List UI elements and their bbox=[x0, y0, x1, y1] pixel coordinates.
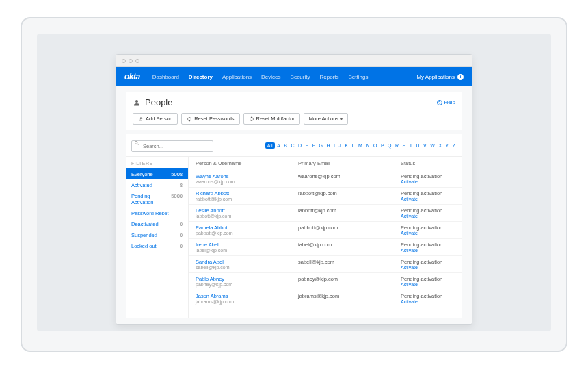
filter-deactivated[interactable]: Deactivated0 bbox=[126, 218, 188, 229]
more-actions-label: More Actions bbox=[309, 116, 338, 122]
alpha-letter-P[interactable]: P bbox=[379, 142, 386, 149]
alpha-letter-E[interactable]: E bbox=[304, 142, 310, 149]
filter-locked-out[interactable]: Locked out0 bbox=[126, 240, 188, 251]
alpha-letter-Z[interactable]: Z bbox=[451, 142, 457, 149]
alpha-letter-M[interactable]: M bbox=[357, 142, 364, 149]
nav-item-dashboard[interactable]: Dashboard bbox=[152, 74, 179, 80]
alpha-letter-Y[interactable]: Y bbox=[444, 142, 451, 149]
plus-icon: + bbox=[457, 74, 464, 80]
person-name-link[interactable]: Irene Abel bbox=[196, 242, 298, 248]
window-close-dot[interactable] bbox=[122, 59, 126, 63]
search-box bbox=[131, 138, 213, 152]
alpha-letter-H[interactable]: H bbox=[325, 142, 331, 149]
person-status: Pending activation bbox=[401, 190, 455, 196]
col-header-person[interactable]: Person & Username bbox=[196, 160, 298, 166]
alpha-letter-L[interactable]: L bbox=[351, 142, 356, 149]
person-name-link[interactable]: Richard Abbott bbox=[196, 190, 298, 196]
filter-label: Deactivated bbox=[131, 221, 159, 227]
alpha-letter-C[interactable]: C bbox=[289, 142, 295, 149]
alpha-letter-X[interactable]: X bbox=[437, 142, 443, 149]
filter-label: Password Reset bbox=[131, 210, 169, 216]
main-content-row: FILTERS Everyone5008Activated8Pending Ac… bbox=[126, 157, 462, 318]
search-input[interactable] bbox=[131, 140, 213, 152]
activate-link[interactable]: Activate bbox=[401, 231, 455, 236]
filter-label: Pending Activation bbox=[131, 193, 171, 205]
alpha-letter-A[interactable]: A bbox=[276, 142, 282, 149]
window-min-dot[interactable] bbox=[129, 59, 133, 63]
alpha-all[interactable]: All bbox=[265, 142, 275, 149]
reset-passwords-button[interactable]: Reset Passwords bbox=[181, 113, 239, 125]
alpha-letter-U[interactable]: U bbox=[415, 142, 421, 149]
person-name-link[interactable]: Wayne Aarons bbox=[196, 173, 298, 179]
filter-count: 0 bbox=[180, 221, 183, 227]
alpha-letter-I[interactable]: I bbox=[332, 142, 336, 149]
person-email: sabell@kjp.com bbox=[298, 259, 401, 265]
alpha-letter-J[interactable]: J bbox=[337, 142, 343, 149]
add-person-button[interactable]: Add Person bbox=[133, 113, 178, 125]
filter-count: 8 bbox=[180, 182, 183, 188]
activate-link[interactable]: Activate bbox=[401, 265, 455, 270]
nav-item-directory[interactable]: Directory bbox=[189, 74, 213, 80]
person-username: iabel@kjp.com bbox=[196, 248, 298, 253]
filter-suspended[interactable]: Suspended0 bbox=[126, 229, 188, 240]
person-name-link[interactable]: Sandra Abell bbox=[196, 259, 298, 265]
table-row: Sandra Abellsabell@kjp.comsabell@kjp.com… bbox=[189, 256, 462, 273]
alpha-letter-D[interactable]: D bbox=[297, 142, 303, 149]
help-link[interactable]: ? Help bbox=[437, 99, 455, 105]
alpha-letter-G[interactable]: G bbox=[317, 142, 323, 149]
person-status: Pending activation bbox=[401, 207, 455, 214]
person-name-link[interactable]: Pablo Abney bbox=[196, 276, 298, 282]
alpha-letter-O[interactable]: O bbox=[372, 142, 378, 149]
table-row: Jason Abramsjabrams@kjp.comjabrams@kjp.c… bbox=[189, 290, 462, 307]
person-status: Pending activation bbox=[401, 173, 455, 179]
nav-item-devices[interactable]: Devices bbox=[261, 74, 280, 80]
activate-link[interactable]: Activate bbox=[401, 299, 455, 304]
activate-link[interactable]: Activate bbox=[401, 282, 455, 287]
person-username: jabrams@kjp.com bbox=[196, 299, 298, 304]
alpha-letter-Q[interactable]: Q bbox=[386, 142, 392, 149]
nav-item-security[interactable]: Security bbox=[291, 74, 310, 80]
refresh-icon bbox=[249, 116, 254, 122]
person-status: Pending activation bbox=[401, 225, 455, 231]
alpha-letter-N[interactable]: N bbox=[364, 142, 371, 149]
activate-link[interactable]: Activate bbox=[401, 214, 455, 218]
nav-item-settings[interactable]: Settings bbox=[348, 74, 368, 80]
nav-item-reports[interactable]: Reports bbox=[319, 74, 338, 80]
activate-link[interactable]: Activate bbox=[401, 196, 455, 201]
activate-link[interactable]: Activate bbox=[401, 179, 455, 184]
more-actions-button[interactable]: More Actions ▾ bbox=[304, 113, 348, 125]
alpha-letter-F[interactable]: F bbox=[311, 142, 317, 149]
alpha-letter-T[interactable]: T bbox=[408, 142, 414, 149]
person-name-link[interactable]: Pamela Abbott bbox=[196, 225, 298, 231]
person-name-link[interactable]: Jason Abrams bbox=[196, 293, 298, 299]
col-header-status[interactable]: Status bbox=[401, 160, 455, 166]
window-max-dot[interactable] bbox=[135, 59, 139, 63]
browser-titlebar bbox=[116, 55, 472, 67]
alpha-letter-W[interactable]: W bbox=[429, 142, 436, 149]
person-username: pabbott@kjp.com bbox=[196, 231, 298, 236]
top-nav: okta DashboardDirectoryApplicationsDevic… bbox=[116, 67, 472, 86]
person-username: rabbott@kjp.com bbox=[196, 196, 298, 201]
filter-label: Suspended bbox=[131, 232, 157, 238]
alpha-letter-S[interactable]: S bbox=[401, 142, 407, 149]
filter-password-reset[interactable]: Password Reset– bbox=[126, 207, 188, 218]
filter-count: – bbox=[180, 210, 183, 216]
col-header-email[interactable]: Primary Email bbox=[298, 160, 401, 166]
filter-count: 0 bbox=[180, 232, 183, 238]
filter-activated[interactable]: Activated8 bbox=[126, 179, 188, 190]
help-icon: ? bbox=[437, 100, 442, 105]
alpha-letter-B[interactable]: B bbox=[282, 142, 289, 149]
reset-multifactor-button[interactable]: Reset Multifactor bbox=[243, 113, 300, 125]
filter-pending-activation[interactable]: Pending Activation5000 bbox=[126, 190, 188, 207]
person-icon bbox=[133, 99, 141, 107]
person-name-link[interactable]: Leslie Abbott bbox=[196, 207, 298, 214]
alpha-letter-V[interactable]: V bbox=[422, 142, 428, 149]
my-applications-link[interactable]: My Applications + bbox=[416, 74, 464, 80]
nav-item-applications[interactable]: Applications bbox=[222, 74, 252, 80]
activate-link[interactable]: Activate bbox=[401, 248, 455, 253]
people-table: Person & Username Primary Email Status W… bbox=[189, 157, 462, 318]
alpha-letter-R[interactable]: R bbox=[394, 142, 400, 149]
filter-label: Locked out bbox=[131, 243, 157, 249]
filter-everyone[interactable]: Everyone5008 bbox=[126, 168, 188, 179]
alpha-letter-K[interactable]: K bbox=[343, 142, 349, 149]
